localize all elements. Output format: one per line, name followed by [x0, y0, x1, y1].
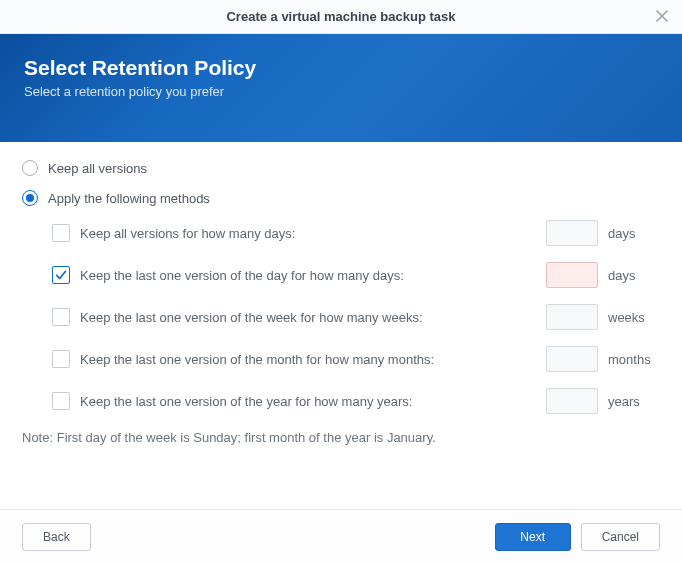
banner-subtitle: Select a retention policy you prefer	[24, 84, 658, 99]
note-prefix: Note:	[22, 430, 53, 445]
method-row-days-all: Keep all versions for how many days: day…	[52, 220, 660, 246]
radio-label: Keep all versions	[48, 161, 147, 176]
method-input[interactable]	[546, 388, 598, 414]
method-unit: days	[608, 268, 660, 283]
checkbox[interactable]	[52, 266, 70, 284]
radio-icon	[22, 160, 38, 176]
method-unit: years	[608, 394, 660, 409]
footer: Back Next Cancel	[0, 509, 682, 563]
method-label: Keep the last one version of the day for…	[80, 268, 536, 283]
content: Keep all versions Apply the following me…	[0, 142, 682, 445]
banner-title: Select Retention Policy	[24, 56, 658, 80]
radio-dot-icon	[26, 194, 34, 202]
method-label: Keep the last one version of the month f…	[80, 352, 536, 367]
method-label: Keep all versions for how many days:	[80, 226, 536, 241]
method-input[interactable]	[546, 346, 598, 372]
radio-label: Apply the following methods	[48, 191, 210, 206]
radio-icon	[22, 190, 38, 206]
close-icon[interactable]	[654, 8, 670, 24]
method-row-month-last: Keep the last one version of the month f…	[52, 346, 660, 372]
back-button[interactable]: Back	[22, 523, 91, 551]
radio-apply-methods[interactable]: Apply the following methods	[22, 190, 660, 206]
checkbox[interactable]	[52, 350, 70, 368]
method-unit: days	[608, 226, 660, 241]
method-input[interactable]	[546, 262, 598, 288]
note-text: First day of the week is Sunday; first m…	[53, 430, 436, 445]
method-row-day-last: Keep the last one version of the day for…	[52, 262, 660, 288]
checkbox[interactable]	[52, 308, 70, 326]
titlebar: Create a virtual machine backup task	[0, 0, 682, 34]
radio-keep-all[interactable]: Keep all versions	[22, 160, 660, 176]
checkbox[interactable]	[52, 392, 70, 410]
method-input[interactable]	[546, 220, 598, 246]
next-button[interactable]: Next	[495, 523, 571, 551]
checkbox[interactable]	[52, 224, 70, 242]
method-row-week-last: Keep the last one version of the week fo…	[52, 304, 660, 330]
cancel-button[interactable]: Cancel	[581, 523, 660, 551]
method-input[interactable]	[546, 304, 598, 330]
method-unit: weeks	[608, 310, 660, 325]
method-label: Keep the last one version of the year fo…	[80, 394, 536, 409]
method-row-year-last: Keep the last one version of the year fo…	[52, 388, 660, 414]
note: Note: First day of the week is Sunday; f…	[22, 430, 660, 445]
window-title: Create a virtual machine backup task	[226, 9, 455, 24]
methods-list: Keep all versions for how many days: day…	[22, 220, 660, 414]
method-label: Keep the last one version of the week fo…	[80, 310, 536, 325]
method-unit: months	[608, 352, 660, 367]
banner: Select Retention Policy Select a retenti…	[0, 34, 682, 142]
